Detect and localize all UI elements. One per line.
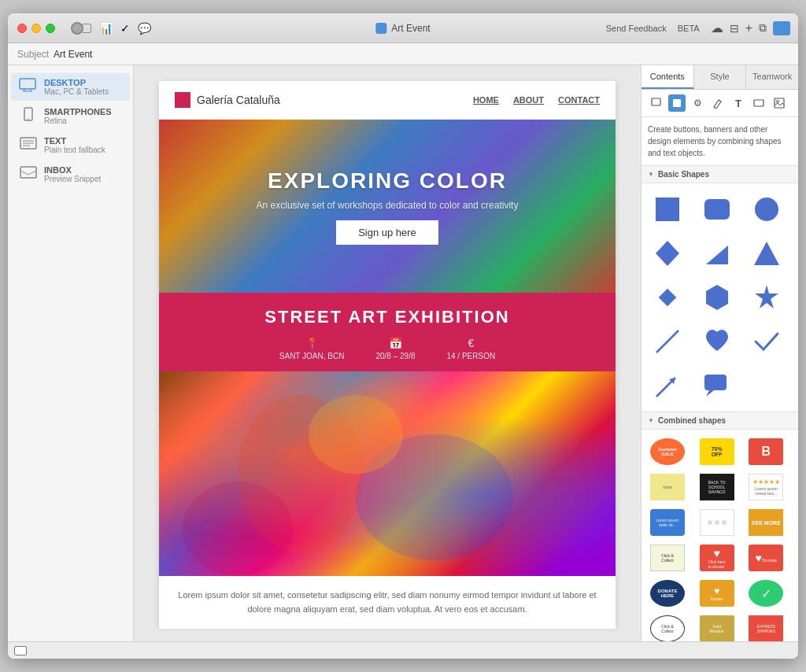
window-title-area: Art Event xyxy=(375,23,430,34)
window-title: Art Event xyxy=(391,23,430,34)
click-collect1-badge: Click &Collect xyxy=(650,545,685,571)
combined-grid: SummerSALE 70%OFF B note BACK TOSCHOOLSA… xyxy=(641,430,798,641)
text-tool[interactable]: T xyxy=(730,94,747,112)
basic-shapes-header[interactable]: ▼ Basic Shapes xyxy=(641,166,798,183)
exhibition-date: 📅 20/8 – 29/8 xyxy=(375,337,415,360)
nav-contact[interactable]: CONTACT xyxy=(558,95,600,105)
shape-line[interactable] xyxy=(648,322,687,361)
shape-star[interactable] xyxy=(747,278,786,317)
toolbar-icon-1[interactable]: ☁ xyxy=(711,20,723,35)
shape-heart[interactable] xyxy=(697,322,737,361)
app-icon xyxy=(375,23,386,34)
sidebar-item-desktop[interactable]: DESKTOP Mac, PC & Tablets xyxy=(11,73,130,101)
sidebar-item-inbox[interactable]: INBOX Preview Snippet xyxy=(11,161,130,188)
email-canvas: Galería Cataluña HOME ABOUT CONTACT EXPL… xyxy=(159,81,616,626)
b-badge: B xyxy=(749,438,783,465)
combined-click-collect1[interactable]: Click &Collect xyxy=(648,542,687,574)
review-stars-badge: ★★★★★ Lorem ipsum review text... xyxy=(749,474,783,500)
settings-tool[interactable]: ⚙ xyxy=(689,94,706,112)
combined-click-heart[interactable]: ♥ Click hereto donate xyxy=(697,542,737,574)
combined-click-collect2[interactable]: Click &Collect xyxy=(648,613,687,641)
pen-tool[interactable] xyxy=(709,94,727,112)
shape-tool[interactable] xyxy=(668,94,686,112)
exhibition-body-text: Lorem ipsum dolor sit amet, consetetur s… xyxy=(175,589,600,616)
shape-rotated-square[interactable] xyxy=(648,278,687,317)
combined-postit[interactable]: note xyxy=(648,471,687,503)
sidebar-item-smartphones[interactable]: SMARTPHONES Retina xyxy=(11,102,130,130)
tab-teamwork[interactable]: Teamwork xyxy=(746,65,798,89)
cursor-tool[interactable] xyxy=(648,94,665,112)
send-feedback-link[interactable]: Send Feedback xyxy=(606,24,667,33)
minimize-button[interactable] xyxy=(31,24,41,33)
svg-point-22 xyxy=(755,198,778,221)
shape-speech-bubble[interactable] xyxy=(697,366,737,405)
view-toggle-button[interactable] xyxy=(773,21,790,35)
shape-checkmark[interactable] xyxy=(747,322,786,361)
shape-triangle-up[interactable] xyxy=(747,234,786,273)
right-panel: Contents Style Teamwork ⚙ T xyxy=(641,65,798,641)
combined-checkmark[interactable]: ✓ xyxy=(746,578,786,609)
combined-summer-sale[interactable]: SummerSALE xyxy=(648,436,687,467)
fullscreen-button[interactable] xyxy=(46,24,55,33)
combined-b-badge[interactable]: B xyxy=(746,436,786,467)
shape-hexagon[interactable] xyxy=(697,278,737,317)
shape-square[interactable] xyxy=(648,190,687,229)
combined-express[interactable]: EXPRESSSHIPPING xyxy=(746,613,786,641)
canvas-icon xyxy=(14,646,27,655)
svg-rect-0 xyxy=(20,79,35,89)
rect-tool[interactable] xyxy=(750,94,767,112)
shape-rounded-rect[interactable] xyxy=(697,190,737,229)
combined-review[interactable]: ★★★★★ Lorem ipsum review text... xyxy=(746,471,786,503)
nav-about[interactable]: ABOUT xyxy=(513,95,544,105)
art-decoration xyxy=(159,371,616,576)
svg-point-14 xyxy=(183,482,293,576)
combined-speech[interactable]: Lorem ipsumdolor sit... xyxy=(648,507,687,538)
nav-home[interactable]: HOME xyxy=(473,95,499,105)
combined-donate-heart2[interactable]: ♥ Donate xyxy=(697,578,737,609)
price-icon: € xyxy=(468,337,474,349)
shapes-grid xyxy=(641,183,798,412)
image-tool[interactable] xyxy=(771,94,788,112)
close-button[interactable] xyxy=(17,24,27,33)
shape-triangle-right[interactable] xyxy=(697,234,737,273)
text-label: TEXT xyxy=(44,136,105,146)
donate-circle-badge: DONATEHERE xyxy=(650,580,685,607)
sidebar-item-text[interactable]: TEXT Plain text fallback xyxy=(11,131,130,159)
panel-icons-row: ⚙ T xyxy=(641,90,798,117)
subject-value: Art Event xyxy=(54,49,92,60)
canvas-area[interactable]: Galería Cataluña HOME ABOUT CONTACT EXPL… xyxy=(134,65,641,641)
desktop-label: DESKTOP xyxy=(44,78,109,87)
calendar-icon: 📅 xyxy=(389,337,402,349)
donate-arrow-badge: ♥Donate xyxy=(749,545,783,571)
shape-circle[interactable] xyxy=(747,190,786,229)
subject-label: Subject xyxy=(17,49,49,60)
combined-see-more[interactable]: SEE MORE xyxy=(746,507,786,538)
combined-70off[interactable]: 70%OFF xyxy=(697,436,737,467)
tab-contents[interactable]: Contents xyxy=(641,65,694,89)
combined-donate-circle[interactable]: DONATEHERE xyxy=(648,578,687,609)
hero-cta-button[interactable]: Sign up here xyxy=(336,220,438,245)
toolbar-icon-2[interactable]: ⊟ xyxy=(730,22,739,35)
stats-icon[interactable]: 📊 xyxy=(99,22,113,35)
combined-donate-arrow[interactable]: ♥Donate xyxy=(746,542,786,574)
basic-shapes-label: Basic Shapes xyxy=(658,170,709,179)
text-sublabel: Plain text fallback xyxy=(44,146,105,154)
combined-shapes-header[interactable]: ▼ Combined shapes xyxy=(641,412,798,430)
location-icon: 📍 xyxy=(305,337,319,349)
toolbar-icon-4[interactable]: ⧉ xyxy=(759,21,767,35)
checkmark-icon[interactable]: ✓ xyxy=(120,22,130,35)
toolbar-icon-3[interactable]: + xyxy=(745,21,752,35)
combined-dots[interactable] xyxy=(697,507,737,538)
shape-arrow[interactable] xyxy=(648,366,687,405)
desktop-icon xyxy=(19,78,38,92)
chat-icon[interactable]: 💬 xyxy=(138,22,151,35)
express-shipping-badge: EXPRESSSHIPPING xyxy=(749,615,783,641)
tab-style[interactable]: Style xyxy=(694,65,747,89)
combined-gold-label[interactable]: GoldMember xyxy=(697,613,737,641)
combined-back-to-school[interactable]: BACK TOSCHOOLSAVINGS xyxy=(697,471,737,503)
inbox-label: INBOX xyxy=(44,165,101,175)
main-content: DESKTOP Mac, PC & Tablets SMARTPHONES Re… xyxy=(8,65,798,641)
subject-bar: Subject Art Event xyxy=(8,43,798,65)
see-more-badge: SEE MORE xyxy=(749,509,783,536)
shape-diamond[interactable] xyxy=(648,234,687,273)
